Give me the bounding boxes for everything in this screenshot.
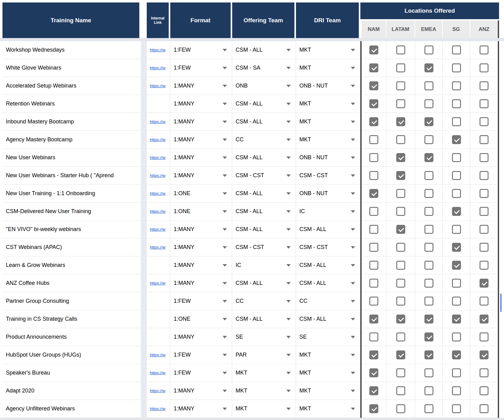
location-cell-anz[interactable] <box>470 274 498 292</box>
location-cell-anz[interactable] <box>470 59 498 77</box>
location-cell-latam[interactable] <box>386 167 415 185</box>
training-name-cell[interactable]: New User Webinars <box>2 149 141 167</box>
location-cell-nam[interactable] <box>362 41 386 59</box>
dropdown-arrow-icon[interactable] <box>286 372 291 374</box>
internal-link[interactable]: https://w <box>150 66 165 70</box>
location-cell-nam[interactable] <box>362 59 386 77</box>
dri-team-dropdown[interactable]: MKT <box>296 131 360 149</box>
dri-team-dropdown[interactable]: MKT <box>296 364 360 382</box>
location-cell-latam[interactable] <box>386 256 415 274</box>
location-cell-latam[interactable] <box>386 274 415 292</box>
format-dropdown[interactable]: 1:MANY <box>170 167 232 185</box>
location-cell-emea[interactable] <box>415 310 443 328</box>
location-cell-emea[interactable] <box>415 203 443 221</box>
location-cell-anz[interactable] <box>470 77 498 95</box>
location-cell-emea[interactable] <box>415 221 443 238</box>
location-checkbox[interactable] <box>396 350 405 359</box>
location-cell-sg[interactable] <box>443 113 470 131</box>
location-cell-nam[interactable] <box>362 346 386 364</box>
location-checkbox[interactable] <box>452 368 461 377</box>
location-cell-nam[interactable] <box>362 185 386 203</box>
location-cell-nam[interactable] <box>362 203 386 221</box>
dropdown-arrow-icon[interactable] <box>223 210 227 213</box>
internal-link[interactable]: https://w <box>150 137 165 142</box>
location-cell-latam[interactable] <box>386 328 415 346</box>
location-checkbox[interactable] <box>452 225 461 234</box>
dropdown-arrow-icon[interactable] <box>286 49 291 51</box>
internal-link-cell[interactable]: https://w <box>147 185 170 203</box>
location-cell-nam[interactable] <box>362 238 386 256</box>
location-checkbox[interactable] <box>369 135 378 144</box>
location-cell-emea[interactable] <box>415 274 443 292</box>
location-checkbox[interactable] <box>369 315 378 324</box>
location-cell-nam[interactable] <box>362 221 386 238</box>
dropdown-arrow-icon[interactable] <box>286 246 291 249</box>
training-name-cell[interactable]: Product Announcements <box>2 328 141 346</box>
dropdown-arrow-icon[interactable] <box>351 282 355 285</box>
location-checkbox[interactable] <box>369 404 378 413</box>
location-checkbox[interactable] <box>369 171 378 180</box>
offering-team-dropdown[interactable]: MKT <box>232 382 296 400</box>
format-dropdown[interactable]: 1:MANY <box>170 274 232 292</box>
internal-link-cell[interactable]: https://w <box>147 167 170 185</box>
dri-team-dropdown[interactable]: CSM - ALL <box>296 274 360 292</box>
location-cell-sg[interactable] <box>443 95 470 113</box>
location-checkbox[interactable] <box>480 117 489 126</box>
internal-link[interactable]: https://w <box>150 119 165 124</box>
dropdown-arrow-icon[interactable] <box>351 336 355 338</box>
dropdown-arrow-icon[interactable] <box>351 318 355 320</box>
training-name-cell[interactable]: White Glove Webinars <box>2 59 141 77</box>
location-checkbox[interactable] <box>424 279 433 288</box>
location-cell-latam[interactable] <box>386 131 415 149</box>
location-checkbox[interactable] <box>396 63 405 72</box>
location-checkbox[interactable] <box>396 99 405 108</box>
format-dropdown[interactable]: 1:FEW <box>170 292 232 310</box>
training-name-cell[interactable]: Partner Group Consulting <box>2 292 141 310</box>
location-cell-emea[interactable] <box>415 185 443 203</box>
location-checkbox[interactable] <box>424 404 433 413</box>
location-cell-latam[interactable] <box>386 41 415 59</box>
location-checkbox[interactable] <box>369 332 378 341</box>
dropdown-arrow-icon[interactable] <box>351 85 355 87</box>
offering-team-dropdown[interactable]: CC <box>232 131 296 149</box>
location-cell-nam[interactable] <box>362 149 386 167</box>
internal-link-cell[interactable]: https://w <box>147 149 170 167</box>
location-cell-sg[interactable] <box>443 346 470 364</box>
location-cell-nam[interactable] <box>362 167 386 185</box>
location-cell-emea[interactable] <box>415 113 443 131</box>
location-checkbox[interactable] <box>452 171 461 180</box>
internal-link[interactable]: https://w <box>150 406 165 411</box>
dropdown-arrow-icon[interactable] <box>223 282 227 285</box>
location-checkbox[interactable] <box>424 117 433 126</box>
location-cell-emea[interactable] <box>415 400 443 418</box>
dropdown-arrow-icon[interactable] <box>351 49 355 51</box>
location-checkbox[interactable] <box>369 207 378 216</box>
location-checkbox[interactable] <box>369 386 378 395</box>
location-checkbox[interactable] <box>452 243 461 252</box>
dropdown-arrow-icon[interactable] <box>286 210 291 213</box>
training-name-cell[interactable]: Learn & Grow Webinars <box>2 256 141 274</box>
location-checkbox[interactable] <box>424 386 433 395</box>
format-dropdown[interactable]: 1:MANY <box>170 238 232 256</box>
internal-link[interactable]: https://w <box>150 173 165 178</box>
location-cell-anz[interactable] <box>470 185 498 203</box>
location-checkbox[interactable] <box>480 171 489 180</box>
dropdown-arrow-icon[interactable] <box>223 67 227 69</box>
dropdown-arrow-icon[interactable] <box>286 318 291 320</box>
internal-link-cell[interactable] <box>147 95 170 113</box>
training-name-cell[interactable]: Inbound Mastery Bootcamp <box>2 113 141 131</box>
location-cell-anz[interactable] <box>470 310 498 328</box>
format-dropdown[interactable]: 1:ONE <box>170 203 232 221</box>
location-cell-emea[interactable] <box>415 328 443 346</box>
location-checkbox[interactable] <box>480 81 489 90</box>
dropdown-arrow-icon[interactable] <box>286 354 291 356</box>
dri-team-dropdown[interactable]: CSM - ALL <box>296 256 360 274</box>
location-checkbox[interactable] <box>396 386 405 395</box>
format-dropdown[interactable]: 1:FEW <box>170 364 232 382</box>
dropdown-arrow-icon[interactable] <box>351 372 355 374</box>
location-cell-emea[interactable] <box>415 59 443 77</box>
format-dropdown[interactable]: 1:FEW <box>170 346 232 364</box>
training-name-cell[interactable]: "EN VIVO" bi-weekly webinars <box>2 221 141 238</box>
location-checkbox[interactable] <box>396 368 405 377</box>
location-cell-anz[interactable] <box>470 346 498 364</box>
